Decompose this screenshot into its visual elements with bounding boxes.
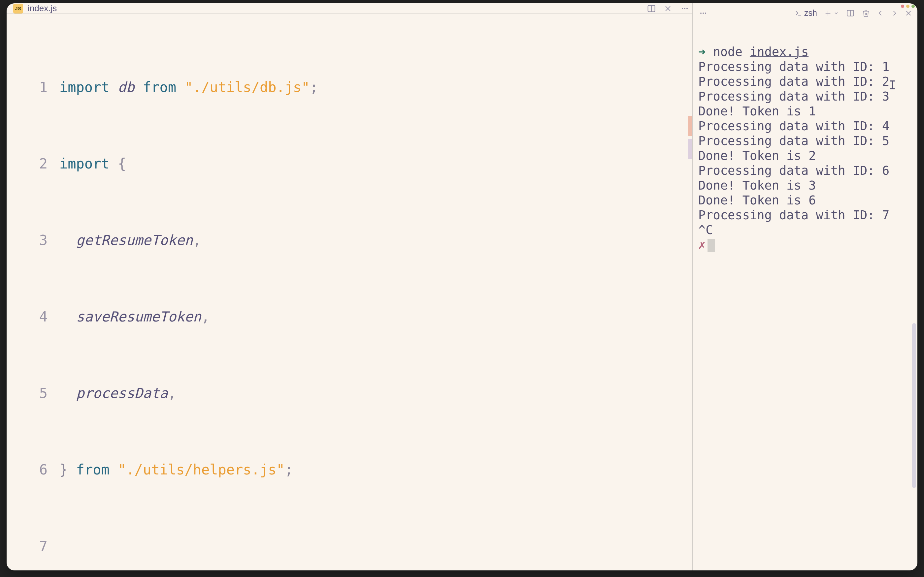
keyword: from [76, 462, 110, 478]
terminal-line: Processing data with ID: 1 [698, 60, 889, 74]
split-terminal-icon[interactable] [846, 9, 855, 18]
new-terminal-dropdown-icon[interactable] [834, 11, 839, 16]
svg-point-4 [682, 8, 683, 9]
identifier: db [118, 79, 135, 95]
minimap-mark [688, 116, 692, 136]
terminal-shell-selector[interactable]: zsh [794, 8, 817, 18]
punct: ; [285, 462, 293, 478]
window-close-dot[interactable] [901, 5, 904, 8]
editor-pane: JS index.js 1import db from "./utils/db.… [6, 3, 693, 571]
svg-point-6 [687, 8, 688, 9]
terminal-line: Done! Token is 2 [698, 149, 816, 163]
line-number: 2 [6, 154, 60, 173]
prompt-fail-icon: ✗ [698, 238, 706, 252]
identifier: processData [76, 385, 168, 401]
terminal-line: Done! Token is 1 [698, 104, 816, 118]
keyword: import [60, 79, 110, 95]
svg-point-8 [703, 13, 704, 14]
svg-point-5 [684, 8, 685, 9]
terminal-line: Done! Token is 3 [698, 178, 816, 193]
terminal-pane: zsh ➜ node index.js Processing data with… [693, 3, 918, 571]
keyword: from [143, 79, 176, 95]
prompt-arrow-icon: ➜ [698, 45, 706, 59]
app-window: JS index.js 1import db from "./utils/db.… [6, 3, 918, 571]
punct: { [118, 156, 126, 172]
svg-point-7 [700, 13, 701, 14]
editor-tab-actions [647, 4, 690, 13]
code-editor[interactable]: 1import db from "./utils/db.js"; 2import… [6, 14, 692, 571]
terminal-line: Processing data with ID: 5 [698, 134, 889, 148]
terminal-line: Processing data with ID: 7 [698, 208, 889, 222]
editor-tabbar: JS index.js [6, 3, 692, 14]
terminal-line: ^C [698, 223, 713, 237]
punct: ; [310, 79, 318, 95]
line-number: 1 [6, 78, 60, 97]
kill-terminal-icon[interactable] [862, 9, 870, 18]
identifier: saveResumeToken [76, 309, 201, 325]
close-panel-icon[interactable] [905, 10, 912, 17]
terminal-text-cursor: I [889, 78, 896, 92]
terminal-prev-icon[interactable] [877, 9, 884, 17]
more-tab-actions-icon[interactable] [680, 5, 690, 13]
terminal-scrollbar[interactable] [912, 323, 916, 488]
line-number: 6 [6, 460, 60, 479]
editor-minimap[interactable] [687, 40, 692, 554]
line-number: 3 [6, 231, 60, 250]
line-number: 4 [6, 307, 60, 326]
keyword: import [60, 156, 110, 172]
terminal-line: Processing data with ID: 2 [698, 74, 889, 89]
file-tab-label: index.js [28, 3, 57, 13]
terminal-line: Processing data with ID: 6 [698, 164, 889, 178]
terminal-command-prefix: node [713, 45, 750, 59]
line-number: 5 [6, 384, 60, 403]
string: "./utils/helpers.js" [118, 462, 285, 478]
terminal-line: Processing data with ID: 3 [698, 89, 889, 103]
window-controls [901, 5, 915, 8]
terminal-output[interactable]: ➜ node index.js Processing data with ID:… [693, 23, 918, 571]
punct: , [201, 309, 210, 325]
terminal-titlebar: zsh [693, 3, 918, 23]
js-file-icon: JS [13, 4, 23, 13]
svg-point-9 [705, 13, 706, 14]
line-number: 7 [6, 537, 60, 556]
terminal-command-file: index.js [750, 45, 809, 59]
minimap-mark [688, 139, 692, 159]
identifier: getResumeToken [76, 232, 193, 248]
window-maximize-dot[interactable] [911, 5, 915, 8]
file-tab[interactable]: JS index.js [13, 3, 57, 13]
new-terminal-icon[interactable] [824, 10, 832, 17]
punct: , [168, 385, 176, 401]
window-minimize-dot[interactable] [906, 5, 909, 8]
punct: , [193, 232, 201, 248]
terminal-next-icon[interactable] [891, 9, 898, 17]
close-tab-icon[interactable] [664, 5, 672, 13]
terminal-line: Processing data with ID: 4 [698, 119, 889, 133]
terminal-shell-label: zsh [804, 8, 817, 18]
split-editor-icon[interactable] [647, 4, 656, 13]
terminal-cursor [708, 239, 715, 252]
terminal-more-icon[interactable] [698, 9, 708, 17]
punct: } [60, 462, 68, 478]
terminal-line: Done! Token is 6 [698, 193, 816, 207]
string: "./utils/db.js" [184, 79, 310, 95]
